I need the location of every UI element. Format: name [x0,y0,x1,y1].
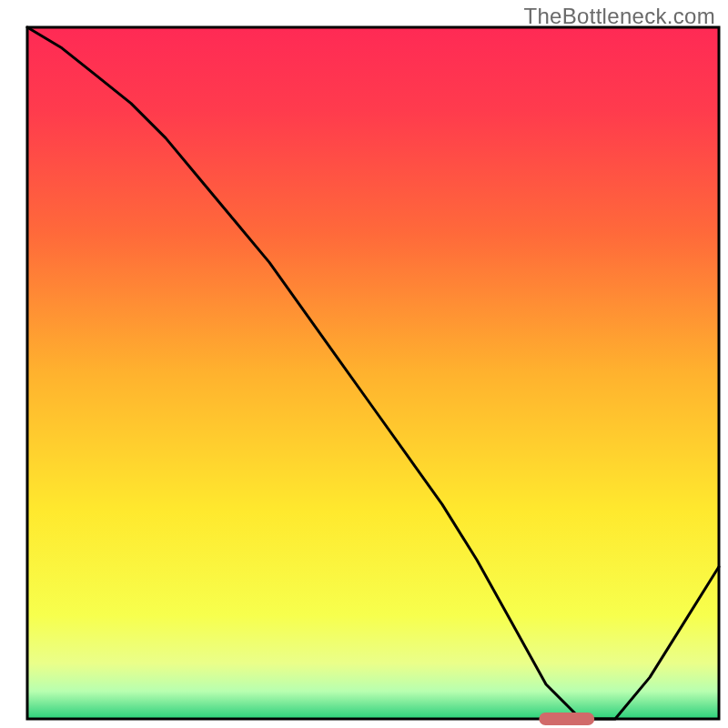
watermark-text: TheBottleneck.com [523,4,715,29]
optimal-marker [539,713,594,725]
chart-container: TheBottleneck.com [0,0,728,728]
chart-background [27,27,719,719]
bottleneck-chart [0,0,728,728]
